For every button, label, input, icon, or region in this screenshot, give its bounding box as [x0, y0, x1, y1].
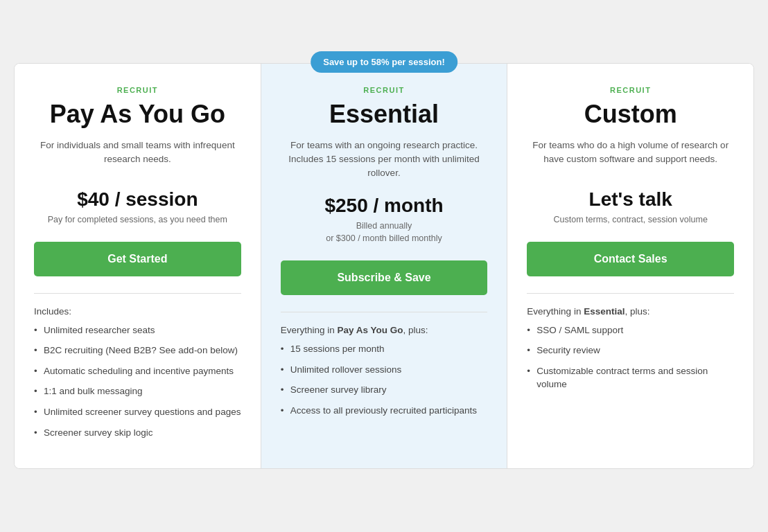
feature-item: Automatic scheduling and incentive payme…: [34, 364, 241, 378]
plan-description: For teams who do a high volume of resear…: [527, 139, 734, 175]
plan-cta-button[interactable]: Subscribe & Save: [281, 260, 488, 295]
feature-item: 1:1 and bulk messaging: [34, 384, 241, 398]
plan-card-custom: RECRUIT Custom For teams who do a high v…: [507, 64, 753, 468]
feature-item: B2C recruiting (Need B2B? See add-on bel…: [34, 344, 241, 357]
includes-header: Everything in Pay As You Go, plus:: [281, 325, 488, 335]
plan-card-payg: RECRUIT Pay As You Go For individuals an…: [15, 64, 261, 468]
feature-item: Unlimited rollover sessions: [281, 363, 488, 377]
features-list: 15 sessions per monthUnlimited rollover …: [281, 342, 488, 417]
divider: [281, 312, 488, 312]
feature-item: Unlimited researcher seats: [34, 323, 241, 337]
divider: [34, 293, 241, 294]
pricing-container: RECRUIT Pay As You Go For individuals an…: [14, 63, 754, 469]
feature-item: Screener survey library: [281, 383, 488, 397]
plan-price: Let's talk: [527, 188, 734, 211]
plan-price-sub: Pay for completed sessions, as you need …: [34, 213, 241, 227]
plan-description: For individuals and small teams with inf…: [34, 139, 241, 175]
includes-header: Everything in Essential, plus:: [527, 306, 734, 317]
plan-name: Essential: [281, 100, 488, 129]
feature-item: SSO / SAML support: [527, 323, 734, 337]
features-list: Unlimited researcher seatsB2C recruiting…: [34, 323, 241, 439]
feature-item: Unlimited screener survey questions and …: [34, 405, 241, 419]
plan-label: RECRUIT: [281, 86, 488, 94]
plan-cta-button[interactable]: Get Started: [34, 242, 241, 276]
plan-cta-button[interactable]: Contact Sales: [527, 242, 734, 276]
plan-price: $40 / session: [34, 188, 241, 211]
plan-price-sub: Custom terms, contract, session volume: [527, 213, 734, 227]
feature-item: Security review: [527, 344, 734, 357]
plan-price: $250 / month: [281, 195, 488, 217]
plan-label: RECRUIT: [34, 86, 241, 94]
features-list: SSO / SAML supportSecurity reviewCustomi…: [527, 323, 734, 391]
save-badge: Save up to 58% per session!: [311, 51, 457, 73]
plan-price-sub: Billed annuallyor $300 / month billed mo…: [281, 220, 488, 246]
feature-item: 15 sessions per month: [281, 342, 488, 356]
feature-item: Access to all previously recruited parti…: [281, 404, 488, 418]
feature-item: Screener survey skip logic: [34, 426, 241, 440]
plan-label: RECRUIT: [527, 86, 734, 94]
divider: [527, 293, 734, 294]
includes-header: Includes:: [34, 306, 241, 317]
feature-item: Customizable contract terms and session …: [527, 364, 734, 391]
plan-name: Pay As You Go: [34, 100, 241, 129]
plan-name: Custom: [527, 100, 734, 129]
plan-description: For teams with an ongoing research pract…: [281, 139, 488, 181]
plan-card-essential: Save up to 58% per session! RECRUIT Esse…: [261, 64, 508, 468]
